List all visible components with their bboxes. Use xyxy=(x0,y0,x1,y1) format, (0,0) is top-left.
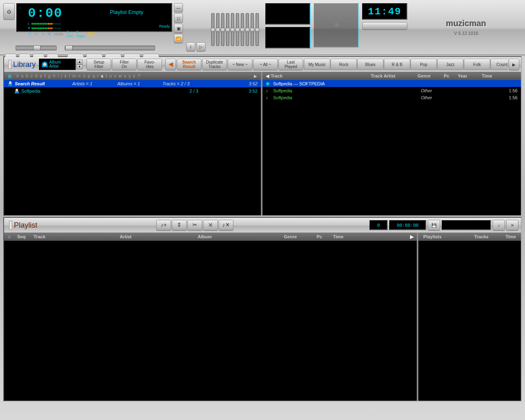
artist-tree[interactable]: Search Result Artists = 1 Albums = 1 Tra… xyxy=(4,80,261,215)
genre-tab-folk[interactable]: Folk xyxy=(464,59,490,70)
new-tab[interactable]: ~ New ~ xyxy=(228,59,252,70)
alpha-b[interactable]: b xyxy=(25,74,30,78)
clock-display: 11:49 xyxy=(362,3,407,20)
alpha-d[interactable]: d xyxy=(34,74,39,78)
genre-tab-my-music[interactable]: My Music xyxy=(304,59,330,70)
eq-slider[interactable] xyxy=(241,13,244,46)
playlist-tracks-panel: ♫ Seq Track Artist Album Genre Pc Time ▶ xyxy=(4,233,418,401)
eq-slider[interactable] xyxy=(236,13,239,46)
playlist-panel: Playlist ♪+ ⇕ ✂ ⤨ ♪✕ 0 00:00:00 💾 ♪ ✕ ♫ … xyxy=(3,217,522,402)
all-tab[interactable]: ~ All ~ xyxy=(253,59,278,70)
save-playlist-button[interactable]: 💾 xyxy=(428,220,440,231)
nav-next-button[interactable]: ▶ xyxy=(509,59,519,70)
eq-slider[interactable] xyxy=(256,13,259,46)
genre-tab-country[interactable]: Country xyxy=(491,59,508,70)
genre-tab-r-&-b[interactable]: R & B xyxy=(384,59,410,70)
genre-tabs: My MusicRockBluesR & BPopJazzFolkCountry xyxy=(304,59,508,70)
alpha-y[interactable]: y xyxy=(128,74,132,78)
search-result-tab[interactable]: SearchResult xyxy=(177,59,201,70)
shuffle-playlist-button[interactable]: ⤨ xyxy=(203,220,218,231)
player-display: – 0:00 L R ⏱↻∿▽ Mode 0 xyxy=(16,3,172,32)
alpha-x[interactable]: x xyxy=(123,74,128,78)
alpha-m[interactable]: m xyxy=(71,74,77,78)
eq-slider[interactable] xyxy=(226,13,229,46)
alpha-v[interactable]: v xyxy=(113,74,117,78)
eq-slider[interactable] xyxy=(221,13,224,46)
add-to-playlist-button[interactable]: ♪+ xyxy=(156,220,171,231)
balance-slider[interactable] xyxy=(16,46,57,50)
grid-icon[interactable]: ▦ xyxy=(7,74,13,78)
alpha-a[interactable]: a xyxy=(20,74,25,78)
view-mode-selector[interactable]: AlbumArtist xyxy=(39,59,76,70)
clear-playlist-button[interactable]: ✕ xyxy=(506,220,518,231)
min-button[interactable]: — xyxy=(174,3,183,12)
volume-slider[interactable] xyxy=(362,22,407,30)
cut-button[interactable]: ✂ xyxy=(187,220,202,231)
info-button[interactable]: i xyxy=(186,42,195,51)
visualizer-2 xyxy=(265,27,310,48)
genre-tab-pop[interactable]: Pop xyxy=(411,59,437,70)
track-list[interactable]: ◉Softpedia --- SOFTPEDIA♪SoftpediaOther1… xyxy=(262,80,521,215)
alpha-q[interactable]: q xyxy=(91,74,96,78)
alpha-e[interactable]: e xyxy=(39,74,43,78)
view-mode-spinner[interactable]: ▲▼ xyxy=(77,59,82,69)
eq-slider[interactable] xyxy=(231,13,234,46)
eq-slider[interactable] xyxy=(211,13,215,46)
alpha-c[interactable]: c xyxy=(30,74,34,78)
genre-tab-blues[interactable]: Blues xyxy=(357,59,383,70)
nav-prev-button[interactable]: ◀ xyxy=(165,59,176,70)
alpha-o[interactable]: o xyxy=(82,74,87,78)
track-row[interactable]: ♪SoftpediaOther1:56 xyxy=(262,87,521,94)
person-icon xyxy=(14,89,20,94)
tree-header-row[interactable]: Search Result Artists = 1 Albums = 1 Tra… xyxy=(4,80,261,87)
alpha-r[interactable]: r xyxy=(96,74,100,78)
eq-slider[interactable] xyxy=(251,13,254,46)
alpha-h[interactable]: h xyxy=(52,74,57,78)
eq-slider[interactable] xyxy=(216,13,219,46)
filter-on-button[interactable]: FilterOn xyxy=(112,59,137,70)
alpha-s[interactable]: s xyxy=(100,74,105,78)
info-buttons: i ▷ xyxy=(186,3,205,51)
alpha-i[interactable]: i xyxy=(57,74,60,78)
alpha-next-icon[interactable]: ▶ xyxy=(253,74,258,78)
alpha-w[interactable]: w xyxy=(117,74,123,78)
favorites-button[interactable]: Favo-rites xyxy=(137,59,162,70)
playlist-next-col-icon[interactable]: ▶ xyxy=(410,234,413,240)
playlist-name-display xyxy=(442,220,491,230)
alpha-#[interactable]: # xyxy=(15,74,20,78)
remove-track-button[interactable]: ♪✕ xyxy=(219,220,233,231)
track-row[interactable]: ♪SoftpediaOther1:56 xyxy=(262,94,521,101)
alpha-g[interactable]: g xyxy=(47,74,52,78)
alpha-p[interactable]: p xyxy=(87,74,91,78)
tree-row[interactable]: Softpedia2 / 33:52 xyxy=(4,87,261,95)
visualizer-boxes xyxy=(265,3,310,51)
power-button[interactable]: ⏻ xyxy=(3,3,15,20)
genre-tab-jazz[interactable]: Jazz xyxy=(437,59,463,70)
duplicate-tracks-tab[interactable]: DuplicateTracks xyxy=(202,59,227,70)
setup-filter-button[interactable]: SetupFilter xyxy=(87,59,111,70)
signal-button[interactable]: 📶 xyxy=(174,34,183,43)
track-row[interactable]: ◉Softpedia --- SOFTPEDIA xyxy=(262,80,521,87)
position-slider[interactable] xyxy=(65,46,155,50)
window-button[interactable]: ▣ xyxy=(174,24,183,33)
sort-playlist-button[interactable]: ⇕ xyxy=(172,220,187,231)
alpha-u[interactable]: u xyxy=(108,74,113,78)
eq-slider[interactable] xyxy=(246,13,249,46)
load-playlist-button[interactable]: ♪ xyxy=(493,220,505,231)
player-left: ⏻ – 0:00 L R ⏱↻∿▽ xyxy=(3,3,183,51)
alpha-?[interactable]: ? xyxy=(137,74,142,78)
alpha-z[interactable]: z xyxy=(132,74,137,78)
alpha-k[interactable]: k xyxy=(63,74,68,78)
equalizer xyxy=(209,3,262,48)
genre-tab-rock[interactable]: Rock xyxy=(331,59,357,70)
alpha-n[interactable]: n xyxy=(77,74,82,78)
max-button[interactable]: ◻ xyxy=(174,14,183,23)
playlist-toggle-button[interactable]: ▷ xyxy=(196,42,205,51)
track-prev-icon[interactable]: ◀ xyxy=(266,73,269,79)
playlist-header: ♫ Seq Track Artist Album Genre Pc Time ▶ xyxy=(4,233,417,241)
ready-status: Ready xyxy=(159,24,170,28)
alpha-t[interactable]: t xyxy=(105,74,108,78)
last-played-tab[interactable]: LastPlayed xyxy=(278,59,303,70)
alpha-f[interactable]: f xyxy=(43,74,47,78)
alpha-j[interactable]: j xyxy=(60,74,63,78)
